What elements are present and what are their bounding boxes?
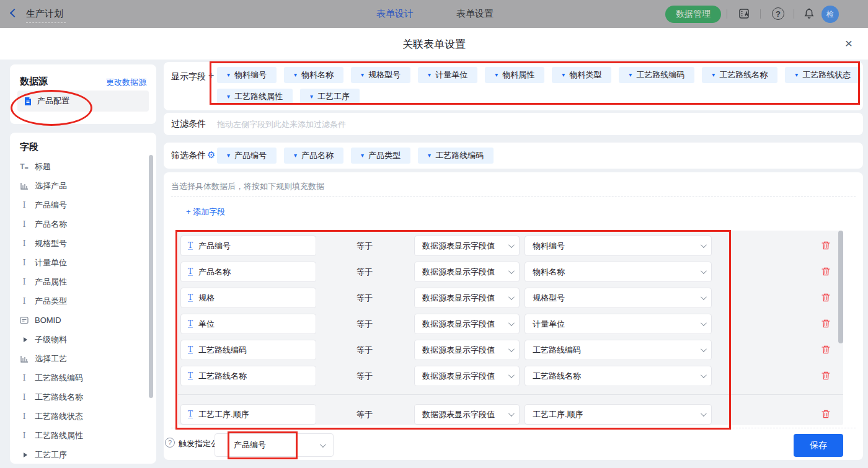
rule-source-select[interactable]: 数据源表显示字段值	[414, 340, 520, 360]
close-icon[interactable]: ×	[841, 35, 857, 51]
add-field-button[interactable]: + 添加字段	[186, 206, 225, 218]
chevron-down-icon: ▾	[294, 72, 297, 78]
rule-field-box[interactable]: T工艺工序.顺序	[180, 404, 316, 425]
divider	[794, 9, 794, 19]
trash-icon[interactable]	[821, 345, 831, 355]
display-field-tag[interactable]: ▾物料属性	[485, 67, 544, 83]
rule-field-box[interactable]: T工艺路线名称	[180, 366, 316, 386]
top-nav-bar: 生产计划 表单设计 表单设置 数据管理 ? 检	[0, 0, 868, 28]
rule-field-box[interactable]: T工艺路线编码	[180, 340, 316, 360]
display-field-tag[interactable]: ▾物料编号	[217, 67, 277, 83]
rule-field-box[interactable]: T单位	[180, 314, 316, 334]
display-field-tag[interactable]: ▾计量单位	[418, 67, 477, 83]
field-item[interactable]: I产品名称	[20, 214, 144, 234]
field-item[interactable]: I产品属性	[20, 272, 144, 291]
trigger-formula-select[interactable]: 产品编号	[215, 433, 334, 457]
filter-dropzone-placeholder[interactable]: 拖动左侧字段到此处来添加过滤条件	[217, 119, 346, 130]
trash-icon[interactable]	[821, 371, 831, 381]
rule-field-box[interactable]: T规格	[180, 288, 316, 308]
rule-source-select[interactable]: 数据源表显示字段值	[414, 262, 520, 282]
trash-icon[interactable]	[821, 319, 831, 329]
trash-icon[interactable]	[821, 267, 831, 276]
trash-icon[interactable]	[821, 241, 831, 250]
field-item[interactable]: 选择工艺	[20, 349, 144, 368]
rule-value-select[interactable]: 物料名称	[525, 262, 712, 282]
tab-form-design[interactable]: 表单设计	[376, 8, 414, 20]
gear-icon[interactable]: ⚙	[207, 150, 215, 159]
rule-source-select[interactable]: 数据源表显示字段值	[414, 404, 520, 425]
add-display-field-button[interactable]: +	[208, 70, 214, 81]
back-icon[interactable]	[10, 9, 19, 17]
field-item[interactable]: I工艺路线名称	[20, 387, 144, 407]
display-field-tag[interactable]: ▾工艺路线编码	[619, 67, 694, 83]
field-item[interactable]: I工艺路线属性	[20, 426, 144, 445]
display-field-tag[interactable]: ▾物料名称	[284, 67, 343, 83]
field-item[interactable]: I产品编号	[20, 195, 144, 214]
display-field-tag[interactable]: ▾工艺路线属性	[217, 89, 293, 105]
save-button[interactable]: 保存	[794, 434, 843, 457]
text-field-icon: I	[20, 220, 29, 229]
avatar[interactable]: 检	[822, 6, 839, 23]
tab-form-settings[interactable]: 表单设置	[456, 8, 494, 20]
trash-icon[interactable]	[821, 409, 831, 419]
text-field-icon: I	[20, 201, 29, 210]
rules-hint: 当选择具体数据后，将按如下规则填充数据	[171, 181, 324, 192]
rule-value-select[interactable]: 物料编号	[525, 236, 712, 256]
text-field-icon: I	[20, 374, 29, 382]
text-field-icon: T	[188, 242, 193, 250]
field-item[interactable]: I产品类型	[20, 291, 144, 311]
rule-field-box[interactable]: T产品编号	[180, 236, 316, 256]
field-item[interactable]: 工艺工序	[20, 445, 144, 464]
display-field-tag[interactable]: ▾工艺工序	[300, 89, 360, 105]
rule-value-select[interactable]: 规格型号	[525, 288, 712, 308]
rule-value-select[interactable]: 计量单位	[525, 314, 712, 334]
field-item[interactable]: I工艺路线编码	[20, 368, 144, 387]
chevron-down-icon: ▾	[629, 72, 632, 78]
screening-tag[interactable]: ▾产品名称	[284, 148, 343, 164]
field-item[interactable]: I规格型号	[20, 234, 144, 253]
notification-bell-icon[interactable]	[803, 7, 815, 22]
rule-source-select[interactable]: 数据源表显示字段值	[414, 366, 520, 386]
screening-tag[interactable]: ▾产品类型	[351, 148, 410, 164]
chevron-down-icon	[508, 242, 515, 248]
screening-tag[interactable]: ▾产品编号	[217, 148, 277, 164]
field-item[interactable]: T₌标题	[20, 157, 144, 176]
app-title[interactable]: 生产计划	[26, 8, 63, 20]
change-datasource-link[interactable]: 更改数据源	[106, 77, 146, 88]
fields-scrollbar[interactable]	[149, 155, 153, 398]
chevron-down-icon: ▾	[361, 152, 364, 159]
display-field-tag[interactable]: ▾规格型号	[351, 67, 410, 83]
text-field-icon: T	[188, 268, 193, 276]
data-manage-button[interactable]: 数据管理	[665, 6, 721, 23]
text-field-icon: T	[188, 320, 193, 328]
screening-tag[interactable]: ▾工艺路线编码	[418, 148, 494, 164]
display-field-tag[interactable]: ▾工艺路线名称	[702, 67, 777, 83]
trash-icon[interactable]	[821, 293, 831, 302]
rule-value-select[interactable]: 工艺工序.顺序	[525, 404, 712, 425]
rule-source-select[interactable]: 数据源表显示字段值	[414, 236, 520, 256]
rule-source-select[interactable]: 数据源表显示字段值	[414, 288, 520, 308]
display-field-tag[interactable]: ▾工艺路线状态	[785, 67, 861, 83]
divider	[727, 9, 727, 19]
rule-field-box[interactable]: T产品名称	[180, 262, 316, 282]
rule-operator: 等于	[356, 319, 373, 330]
help-icon[interactable]: ?	[772, 7, 784, 20]
field-item[interactable]: I计量单位	[20, 253, 144, 272]
rule-source-select[interactable]: 数据源表显示字段值	[414, 314, 520, 334]
field-item[interactable]: BOMID	[20, 311, 144, 330]
trigger-formula-value: 产品编号	[234, 439, 266, 451]
text-field-icon: T	[188, 294, 193, 302]
help-icon[interactable]: ?	[165, 438, 175, 448]
fill-rules-section: 当选择具体数据后，将按如下规则填充数据 + 添加字段 T产品编号 等于 数据源表…	[164, 172, 863, 460]
field-item[interactable]: 选择产品	[20, 176, 144, 195]
display-field-tag[interactable]: ▾物料类型	[552, 67, 611, 83]
rule-value-select[interactable]: 工艺路线名称	[525, 366, 712, 386]
chevron-down-icon	[701, 320, 707, 326]
field-item[interactable]: 子级物料	[20, 330, 144, 349]
chevron-down-icon: ▾	[227, 94, 230, 100]
dictionary-icon[interactable]	[738, 7, 750, 22]
rule-value-select[interactable]: 工艺路线编码	[525, 340, 712, 360]
field-item[interactable]: I工艺路线状态	[20, 407, 144, 426]
form-field-icon	[20, 316, 29, 324]
datasource-item[interactable]: 产品配置	[17, 91, 149, 112]
